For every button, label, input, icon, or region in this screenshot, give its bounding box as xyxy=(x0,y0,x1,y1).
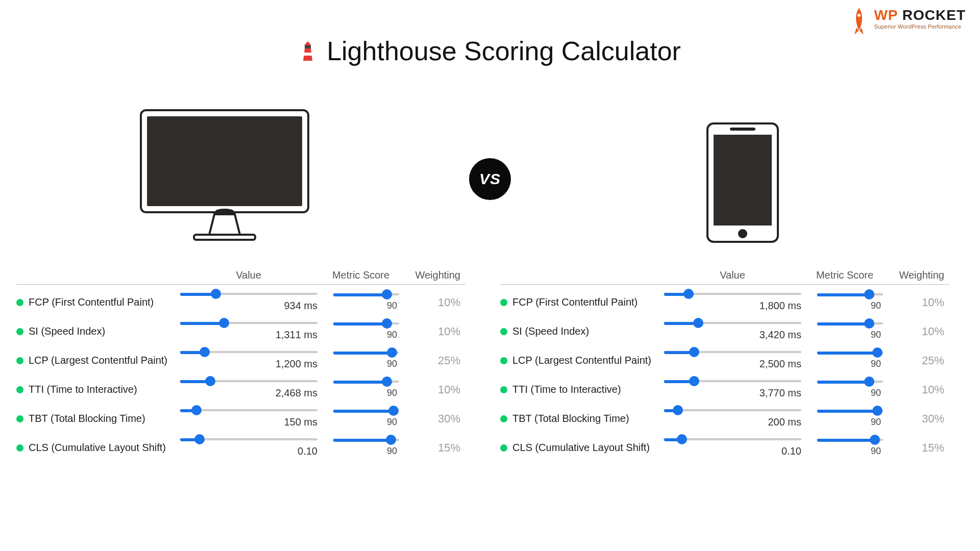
desktop-panel: . Value Metric Score Weighting FCP (Firs… xyxy=(16,269,465,459)
score-slider[interactable] xyxy=(333,322,399,324)
value-slider[interactable] xyxy=(180,351,317,353)
value-slider[interactable] xyxy=(180,409,317,411)
header-score: Metric Score xyxy=(801,269,888,281)
weight-text: 30% xyxy=(404,412,460,425)
header-value: Value xyxy=(180,269,317,281)
value-slider[interactable] xyxy=(180,322,317,324)
value-slider[interactable] xyxy=(664,322,801,324)
metric-name: LCP (Largest Contentful Paint) xyxy=(16,355,180,366)
status-dot-icon xyxy=(500,415,507,422)
metric-row: TTI (Time to Interactive)2,468 ms9010% xyxy=(16,372,465,401)
status-dot-icon xyxy=(16,415,23,422)
metric-label: TBT (Total Blocking Time) xyxy=(29,413,145,424)
value-slider[interactable] xyxy=(180,293,317,295)
value-slider[interactable] xyxy=(664,380,801,382)
score-slider[interactable] xyxy=(817,439,883,441)
metric-row: SI (Speed Index)3,420 ms9010% xyxy=(500,314,949,343)
weight-text: 15% xyxy=(888,441,944,455)
score-slider[interactable] xyxy=(333,410,399,412)
metric-name: TBT (Total Blocking Time) xyxy=(16,413,180,424)
value-slider[interactable] xyxy=(664,438,801,440)
score-slider[interactable] xyxy=(817,410,883,412)
svg-rect-3 xyxy=(147,116,302,206)
value-slider[interactable] xyxy=(664,409,801,411)
metric-label: FCP (First Contentful Paint) xyxy=(512,296,638,308)
metric-name: TTI (Time to Interactive) xyxy=(500,384,664,395)
metric-label: LCP (Largest Contentful Paint) xyxy=(512,355,651,366)
metric-label: CLS (Cumulative Layout Shift) xyxy=(512,442,650,454)
column-headers: . Value Metric Score Weighting xyxy=(500,269,949,285)
weight-text: 30% xyxy=(888,412,944,425)
score-slider[interactable] xyxy=(817,293,883,295)
brand-tagline: Superior WordPress Performance xyxy=(874,23,966,30)
score-slider[interactable] xyxy=(333,352,399,354)
metric-name: FCP (First Contentful Paint) xyxy=(500,296,664,308)
value-text: 200 ms xyxy=(664,413,801,428)
value-text: 1,800 ms xyxy=(664,297,801,312)
header-weight: Weighting xyxy=(888,269,944,281)
metric-row: LCP (Largest Contentful Paint)2,500 ms90… xyxy=(500,343,949,372)
value-text: 0.10 xyxy=(180,442,317,457)
metric-name: FCP (First Contentful Paint) xyxy=(16,296,180,308)
value-text: 2,468 ms xyxy=(180,384,317,399)
value-text: 3,770 ms xyxy=(664,384,801,399)
status-dot-icon xyxy=(500,444,507,452)
metric-name: CLS (Cumulative Layout Shift) xyxy=(500,442,664,454)
score-text: 90 xyxy=(333,414,399,428)
metric-row: FCP (First Contentful Paint)1,800 ms9010… xyxy=(500,285,949,314)
metric-label: SI (Speed Index) xyxy=(29,325,105,337)
score-text: 90 xyxy=(817,356,883,369)
value-text: 0.10 xyxy=(664,442,801,457)
metric-label: SI (Speed Index) xyxy=(512,325,589,337)
status-dot-icon xyxy=(16,357,23,364)
score-slider[interactable] xyxy=(333,381,399,383)
page-title-row: Lighthouse Scoring Calculator xyxy=(0,36,980,66)
score-slider[interactable] xyxy=(817,381,883,383)
value-slider[interactable] xyxy=(180,380,317,382)
status-dot-icon xyxy=(500,299,507,306)
score-slider[interactable] xyxy=(817,322,883,324)
status-dot-icon xyxy=(16,299,23,306)
value-slider[interactable] xyxy=(664,293,801,295)
metric-row: TBT (Total Blocking Time)150 ms9030% xyxy=(16,401,465,430)
weight-text: 10% xyxy=(404,383,460,396)
header-value: Value xyxy=(664,269,801,281)
metric-label: TTI (Time to Interactive) xyxy=(512,384,621,395)
metric-name: LCP (Largest Contentful Paint) xyxy=(500,355,664,366)
metric-label: FCP (First Contentful Paint) xyxy=(29,296,154,308)
header-weight: Weighting xyxy=(404,269,460,281)
svg-point-0 xyxy=(857,14,861,17)
metric-row: TTI (Time to Interactive)3,770 ms9010% xyxy=(500,372,949,401)
score-text: 90 xyxy=(817,414,883,428)
metric-row: TBT (Total Blocking Time)200 ms9030% xyxy=(500,401,949,430)
status-dot-icon xyxy=(500,328,507,335)
score-slider[interactable] xyxy=(817,352,883,354)
status-dot-icon xyxy=(500,386,507,393)
vs-badge: VS xyxy=(469,158,511,200)
status-dot-icon xyxy=(16,328,23,335)
value-text: 934 ms xyxy=(180,297,317,312)
value-text: 1,200 ms xyxy=(180,355,317,370)
metric-name: TTI (Time to Interactive) xyxy=(16,384,180,395)
score-text: 90 xyxy=(817,327,883,340)
metric-label: CLS (Cumulative Layout Shift) xyxy=(29,442,166,454)
page-title: Lighthouse Scoring Calculator xyxy=(327,36,681,66)
score-text: 90 xyxy=(817,297,883,311)
mobile-icon xyxy=(704,121,781,246)
value-text: 1,311 ms xyxy=(180,326,317,341)
lighthouse-icon xyxy=(299,40,316,62)
metric-label: LCP (Largest Contentful Paint) xyxy=(29,355,167,366)
value-slider[interactable] xyxy=(180,438,317,440)
score-text: 90 xyxy=(333,297,399,311)
weight-text: 10% xyxy=(888,383,944,396)
brand-name: WP ROCKET xyxy=(874,7,966,23)
svg-rect-5 xyxy=(194,235,255,240)
metric-label: TTI (Time to Interactive) xyxy=(29,384,137,395)
score-text: 90 xyxy=(333,443,399,457)
metric-name: SI (Speed Index) xyxy=(16,325,180,337)
rocket-icon xyxy=(849,7,869,36)
score-slider[interactable] xyxy=(333,439,399,441)
score-slider[interactable] xyxy=(333,293,399,295)
value-slider[interactable] xyxy=(664,351,801,353)
weight-text: 10% xyxy=(404,325,460,338)
